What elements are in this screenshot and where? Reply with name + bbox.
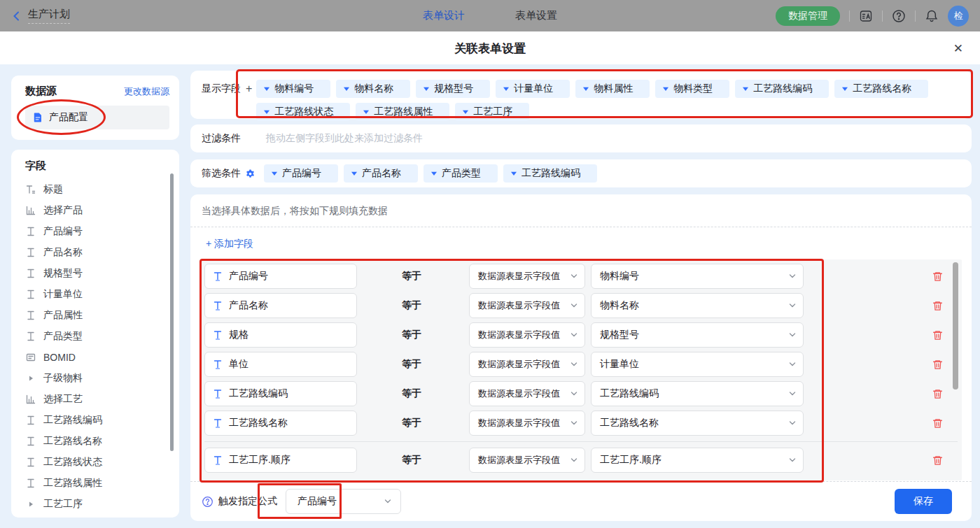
rule-row: 产品编号 等于 数据源表显示字段值 物料编号 [204,264,962,289]
close-icon[interactable]: ✕ [953,42,963,54]
display-field-tag[interactable]: 物料类型 [655,80,729,98]
screen-condition-label: 筛选条件 [202,167,241,180]
field-list-item[interactable]: 产品类型 [25,326,179,347]
translate-icon[interactable] [859,9,873,23]
caret-down-icon [351,170,358,177]
bell-icon[interactable] [925,9,939,23]
topbar-actions: 数据管理 检 [776,6,969,27]
display-field-tag[interactable]: 工艺路线名称 [834,80,928,98]
tab-form-design[interactable]: 表单设计 [423,9,465,22]
delete-rule-button[interactable] [932,271,944,283]
delete-rule-button[interactable] [932,418,944,429]
delete-rule-button[interactable] [932,388,944,400]
datasource-item-label: 产品配置 [49,111,88,124]
rule-value-select[interactable]: 物料名称 [591,293,804,318]
screen-condition-tag[interactable]: 工艺路线编码 [503,164,597,183]
field-list-item[interactable]: 选择产品 [25,200,179,221]
screen-condition-panel: 筛选条件 产品编号 产品名称 [190,159,972,187]
field-list-item[interactable]: 工艺路线名称 [25,431,179,452]
display-field-tag[interactable]: 工艺路线属性 [356,103,449,121]
rule-value-select[interactable]: 物料编号 [591,264,804,289]
rule-value-select[interactable]: 计量单位 [591,352,804,377]
rule-source-select[interactable]: 数据源表显示字段值 [469,322,585,348]
rule-value-select[interactable]: 规格型号 [591,322,804,348]
screen-condition-tag[interactable]: 产品编号 [264,164,338,183]
field-list-item[interactable]: 产品编号 [25,221,179,242]
field-list-item[interactable]: BOMID [25,347,179,368]
rule-value-select[interactable]: 工艺工序.顺序 [591,448,804,473]
help-icon[interactable] [892,9,906,23]
display-field-tag[interactable]: 计量单位 [496,80,570,98]
avatar[interactable]: 检 [948,6,969,27]
rule-source-select[interactable]: 数据源表显示字段值 [469,352,585,377]
field-list-item[interactable]: 选择工艺 [25,389,179,410]
rule-field-input[interactable]: 规格 [204,322,357,348]
field-list-item[interactable]: 子级物料 [25,368,179,389]
screen-condition-tag[interactable]: 产品类型 [424,164,498,183]
filter-dropzone[interactable]: 拖动左侧字段到此处来添加过滤条件 [266,132,423,145]
rule-operator: 等于 [402,358,424,371]
rule-field-input[interactable]: 单位 [204,352,357,377]
field-list-item[interactable]: 工艺路线属性 [25,473,179,494]
display-field-tag[interactable]: 工艺路线编码 [735,80,829,98]
field-list-item[interactable]: 产品名称 [25,242,179,263]
rule-field-label: 工艺路线编码 [229,387,288,400]
rule-source-select[interactable]: 数据源表显示字段值 [469,448,585,473]
datasource-item-product-config[interactable]: 产品配置 [25,106,169,129]
display-field-tag[interactable]: 工艺工序 [455,103,529,121]
fields-scrollbar[interactable] [170,173,174,451]
rule-source-select[interactable]: 数据源表显示字段值 [469,293,585,318]
tag-label: 工艺路线编码 [522,167,580,180]
rule-source-select[interactable]: 数据源表显示字段值 [469,381,585,406]
text-field-icon [212,455,223,466]
chevron-down-icon [570,331,578,339]
field-list-item[interactable]: 标题 [25,179,179,200]
field-list-item[interactable]: 工艺路线编码 [25,410,179,431]
delete-rule-button[interactable] [932,359,944,371]
field-list-item[interactable]: 工艺工序 [25,494,179,515]
add-display-field-button[interactable]: + [246,83,252,94]
tab-form-settings[interactable]: 表单设置 [515,9,557,22]
add-field-link[interactable]: + 添加字段 [206,238,253,250]
rule-value-select[interactable]: 工艺路线编码 [591,381,804,406]
tag-label: 产品名称 [362,167,401,180]
chevron-down-icon [788,360,797,369]
field-list-item[interactable]: 工艺路线状态 [25,452,179,473]
data-manage-button[interactable]: 数据管理 [776,6,840,26]
field-list-item[interactable]: 产品属性 [25,305,179,326]
change-datasource-link[interactable]: 更改数据源 [124,85,169,98]
delete-rule-button[interactable] [932,329,944,341]
rule-field-input[interactable]: 工艺工序.顺序 [204,448,357,473]
rule-field-input[interactable]: 产品编号 [204,264,357,289]
question-circle-icon[interactable] [202,496,214,508]
field-list-item[interactable]: 规格型号 [25,263,179,284]
display-field-tag[interactable]: 物料名称 [336,80,410,98]
trigger-field-select[interactable]: 产品编号 [286,489,401,514]
display-field-tag[interactable]: 物料编号 [256,80,330,98]
field-list-item[interactable]: 计量单位 [25,284,179,305]
caret-down-icon [263,85,270,92]
chevron-down-icon [788,419,797,427]
save-button[interactable]: 保存 [895,489,952,514]
modal-header: 关联表单设置 ✕ [0,31,980,64]
back-button[interactable]: 生产计划 [11,8,70,24]
rule-field-input[interactable]: 工艺路线编码 [204,381,357,406]
display-field-tag[interactable]: 工艺路线状态 [256,103,350,121]
rule-value-select[interactable]: 工艺路线名称 [591,411,804,436]
screen-condition-tag[interactable]: 产品名称 [344,164,418,183]
rules-scrollbar[interactable] [953,262,958,390]
display-fields-label: 显示字段 [202,83,241,95]
text-field-icon [212,300,223,311]
delete-rule-button[interactable] [932,455,944,466]
text-field-icon [212,359,223,370]
delete-rule-button[interactable] [932,300,944,312]
rule-field-input[interactable]: 产品名称 [204,293,357,318]
rule-operator: 等于 [402,454,424,466]
rule-source-select[interactable]: 数据源表显示字段值 [469,264,585,289]
rule-source-value: 数据源表显示字段值 [478,387,560,400]
rule-source-select[interactable]: 数据源表显示字段值 [469,411,585,436]
display-field-tag[interactable]: 物料属性 [575,80,650,98]
display-field-tag[interactable]: 规格型号 [416,80,490,98]
gear-icon[interactable] [245,169,255,179]
rule-field-input[interactable]: 工艺路线名称 [204,411,357,436]
